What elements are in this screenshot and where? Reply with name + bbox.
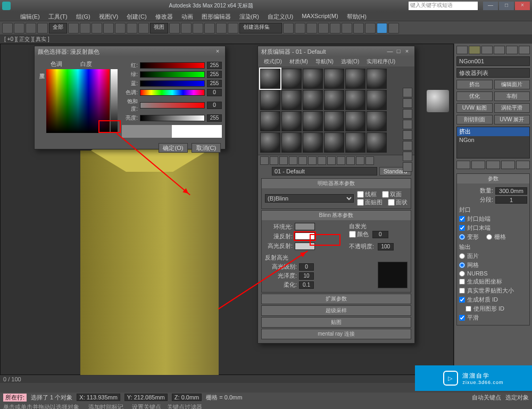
val-input[interactable]: 255 (207, 114, 222, 122)
opacity-input[interactable]: 100 (378, 243, 394, 251)
useshape-checkbox[interactable] (466, 306, 471, 312)
sat-slider[interactable] (140, 102, 205, 108)
show-map-icon[interactable] (337, 156, 345, 165)
render-icon[interactable] (377, 23, 387, 34)
hue-slider[interactable] (140, 89, 205, 96)
speclevel-input[interactable]: 0 (299, 263, 314, 271)
setkey-button[interactable]: 设置关键点 (132, 404, 161, 409)
autokey-button[interactable]: 自动关键点 (472, 394, 501, 402)
sample-type-icon[interactable] (403, 88, 412, 97)
realworld-checkbox[interactable] (459, 288, 465, 294)
selfillum-input[interactable]: 0 (372, 231, 388, 238)
blue-input[interactable]: 255 (207, 80, 222, 87)
unlink-icon[interactable] (37, 23, 48, 34)
get-material-icon[interactable] (260, 156, 269, 165)
material-slot[interactable] (345, 69, 365, 89)
material-slot[interactable] (260, 132, 280, 153)
pick-icon[interactable] (261, 167, 270, 176)
mentalray-rollout[interactable]: mental ray 连接 (262, 329, 411, 339)
pivot-icon[interactable] (169, 23, 180, 34)
material-slot[interactable] (367, 111, 387, 131)
genmat-checkbox[interactable] (459, 297, 465, 303)
scale-icon[interactable] (138, 23, 149, 34)
red-input[interactable]: 255 (207, 62, 222, 69)
teapot-icon[interactable] (388, 23, 399, 34)
pin-stack-icon[interactable] (456, 161, 470, 169)
mirror-icon[interactable] (283, 23, 294, 34)
out-nurbs-radio[interactable] (459, 271, 465, 277)
ref-coord-select[interactable]: 视图 (150, 23, 168, 34)
show-end-result-icon[interactable] (346, 156, 355, 165)
select-name-icon[interactable] (80, 23, 90, 34)
selfillum-color-checkbox[interactable] (349, 231, 356, 238)
stack-item-ngon[interactable]: NGon (457, 136, 529, 144)
mat-max-icon[interactable]: □ (394, 48, 403, 55)
material-slot[interactable] (303, 90, 323, 110)
motion-tab-icon[interactable] (494, 46, 505, 54)
help-search-input[interactable]: 键入关键字或短语 (409, 2, 478, 10)
twosided-checkbox[interactable] (382, 191, 389, 198)
blue-slider[interactable] (140, 80, 205, 87)
select-icon[interactable] (68, 23, 79, 34)
uv-tile-icon[interactable] (403, 120, 412, 129)
scene-object-ngon[interactable] (80, 151, 219, 400)
maximize-button[interactable]: □ (499, 2, 514, 10)
green-slider[interactable] (140, 71, 205, 78)
material-slot[interactable] (324, 132, 344, 153)
material-slot[interactable] (303, 69, 323, 89)
menu-rendering[interactable]: 渲染(R) (235, 12, 263, 21)
material-slot[interactable] (324, 69, 344, 89)
menu-customize[interactable]: 自定义(U) (263, 12, 297, 21)
btn-turbosmooth[interactable]: 涡轮平滑 (494, 103, 530, 113)
menu-animation[interactable]: 动画 (177, 12, 197, 21)
green-input[interactable]: 255 (207, 71, 222, 78)
render-frame-icon[interactable] (365, 23, 376, 34)
link-icon[interactable] (26, 23, 36, 34)
snap-icon[interactable] (193, 23, 203, 34)
material-slot[interactable] (345, 132, 365, 153)
config-icon[interactable] (516, 161, 530, 169)
display-tab-icon[interactable] (506, 46, 517, 54)
manip-icon[interactable] (181, 23, 192, 34)
keyfilter-button[interactable]: 关键点过滤器 (167, 404, 202, 409)
put-lib-icon[interactable] (318, 156, 326, 165)
material-slot[interactable] (367, 90, 387, 110)
redo-icon[interactable] (14, 23, 24, 34)
create-tab-icon[interactable] (456, 46, 468, 54)
go-sibling-icon[interactable] (365, 156, 374, 165)
shader-rollout-header[interactable]: 明暗器基本参数 (262, 179, 411, 188)
specular-swatch[interactable] (295, 243, 315, 250)
material-slot[interactable] (367, 69, 387, 89)
object-name-input[interactable] (456, 56, 530, 66)
material-slot[interactable] (260, 111, 280, 131)
material-slot[interactable] (260, 90, 280, 110)
mat-close-icon[interactable]: × (403, 48, 411, 55)
curve-editor-icon[interactable] (318, 23, 329, 34)
gloss-input[interactable]: 10 (299, 272, 314, 280)
material-name-input[interactable] (272, 167, 377, 176)
facemap-checkbox[interactable] (357, 199, 364, 206)
select-by-mat-icon[interactable] (403, 162, 412, 172)
make-unique-icon[interactable] (308, 156, 317, 165)
val-slider[interactable] (140, 115, 205, 121)
hierarchy-tab-icon[interactable] (481, 46, 493, 54)
video-check-icon[interactable] (403, 130, 412, 140)
schematic-icon[interactable] (330, 23, 340, 34)
close-button[interactable]: × (515, 2, 530, 10)
rollout-params-header[interactable]: 参数 (457, 174, 529, 183)
amount-input[interactable]: 300.0mm (495, 187, 527, 195)
modifier-list-select[interactable] (456, 68, 530, 78)
mat-menu-mode[interactable]: 模式(D) (260, 57, 286, 66)
menu-maxscript[interactable]: MAXScript(M) (297, 12, 342, 21)
spinner-snap-icon[interactable] (228, 23, 238, 34)
render-setup-icon[interactable] (353, 23, 364, 34)
preview-icon[interactable] (403, 141, 412, 151)
modifier-stack[interactable]: 挤出 NGon (456, 127, 530, 158)
btn-lathe[interactable]: 车削 (494, 91, 530, 101)
segments-input[interactable]: 1 (495, 196, 527, 204)
go-parent-icon[interactable] (356, 156, 364, 165)
timetag-button[interactable]: 添加时间标记 (88, 404, 123, 409)
layer-indicator[interactable]: 所在行: (3, 394, 27, 402)
viewport-label[interactable]: [ +0 ][ 正交 ][ 真实 ] (0, 35, 532, 44)
material-slot[interactable] (367, 132, 387, 153)
